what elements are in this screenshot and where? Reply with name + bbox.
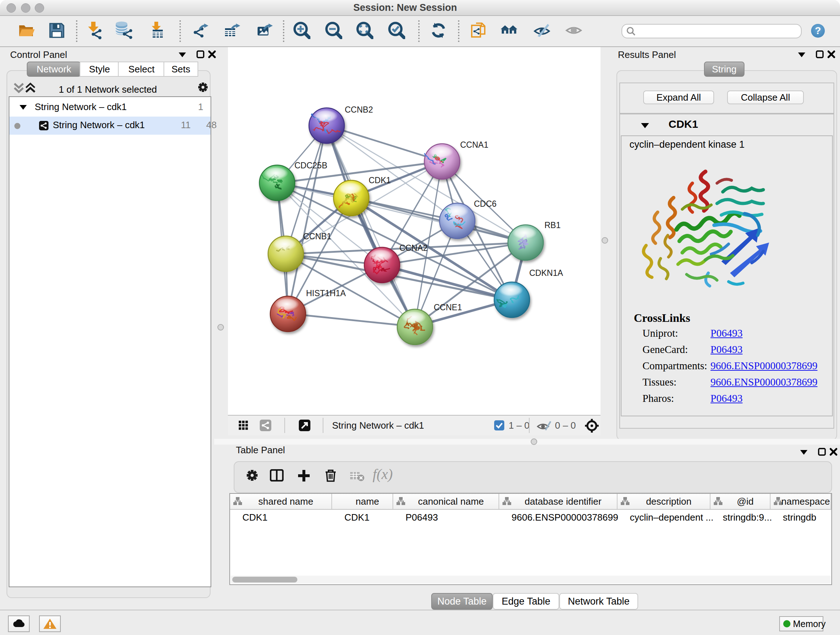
svg-text:RB1: RB1 xyxy=(545,220,561,230)
svg-text:CDK1: CDK1 xyxy=(369,176,391,185)
svg-text:CDC25B: CDC25B xyxy=(294,161,327,170)
svg-text:CCNB2: CCNB2 xyxy=(345,105,373,114)
svg-text:CDC6: CDC6 xyxy=(474,199,497,209)
svg-text:HIST1H1A: HIST1H1A xyxy=(306,288,346,298)
svg-text:CCNB1: CCNB1 xyxy=(303,232,332,241)
svg-text:CDKN1A: CDKN1A xyxy=(529,268,563,278)
svg-text:CCNA2: CCNA2 xyxy=(399,243,428,253)
svg-text:CCNA1: CCNA1 xyxy=(460,140,488,149)
svg-text:CCNE1: CCNE1 xyxy=(434,302,462,312)
